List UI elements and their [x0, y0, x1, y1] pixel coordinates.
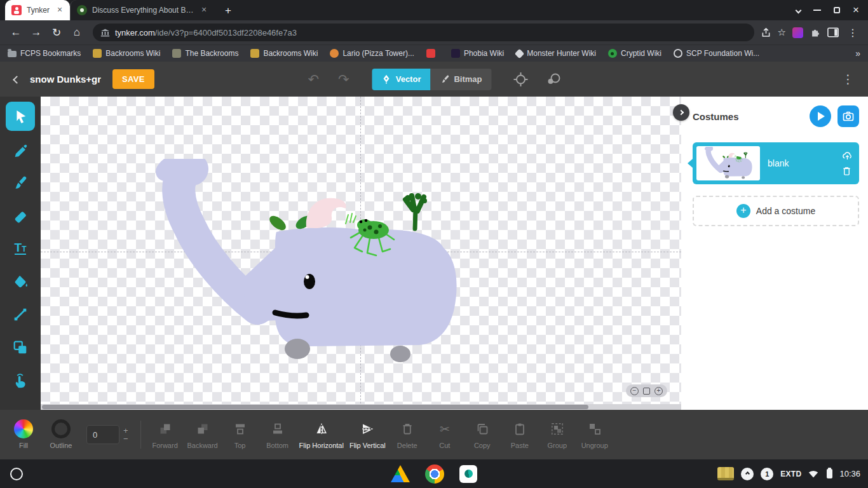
- costumes-header: Costumes: [693, 105, 859, 127]
- stroke-width-control: 0 + −: [86, 425, 128, 444]
- trash-icon[interactable]: [842, 166, 851, 176]
- forward-button[interactable]: →: [27, 23, 46, 42]
- display-mode-label[interactable]: EXTD: [780, 470, 801, 478]
- ungroup-button[interactable]: Ungroup: [579, 420, 611, 449]
- backward-button-arrange[interactable]: Backward: [187, 420, 219, 449]
- bookmarks-overflow-icon[interactable]: »: [855, 48, 860, 58]
- brush-tool[interactable]: [6, 168, 35, 197]
- fill-bucket-tool[interactable]: [6, 267, 35, 296]
- bring-to-top-button[interactable]: Top: [224, 420, 256, 449]
- minimize-button[interactable]: [813, 10, 821, 11]
- stroke-width-input[interactable]: 0: [86, 425, 119, 444]
- bookmark-the-backrooms[interactable]: The Backrooms: [172, 49, 238, 58]
- stroke-decrease-button[interactable]: −: [123, 435, 128, 442]
- eraser-tool[interactable]: [6, 201, 35, 230]
- text-tool[interactable]: TT: [6, 234, 35, 263]
- new-tab-button[interactable]: +: [220, 4, 236, 17]
- copy-icon: [475, 422, 489, 436]
- undo-icon[interactable]: ↶: [302, 72, 324, 87]
- shelf-expand-button[interactable]: [741, 468, 754, 480]
- horizontal-scrollbar[interactable]: [41, 404, 681, 410]
- costume-artwork[interactable]: [146, 159, 464, 369]
- cut-button[interactable]: ✂ Cut: [429, 420, 461, 449]
- notification-counter[interactable]: 1: [761, 468, 773, 480]
- camera-add-button[interactable]: [837, 105, 859, 127]
- bookmark-scp-foundation[interactable]: SCP Foundation Wi...: [674, 49, 759, 58]
- bookmark-phobia-wiki[interactable]: Phobia Wiki: [451, 49, 504, 58]
- maximize-button[interactable]: [834, 7, 840, 13]
- bookmark-backrooms-wiki-2[interactable]: Backrooms Wiki: [250, 49, 318, 58]
- line-tool[interactable]: [6, 300, 35, 329]
- extension-colored-icon[interactable]: [792, 27, 803, 38]
- chevron-up-icon: [745, 471, 750, 476]
- tab-tynker[interactable]: Tynker ×: [5, 0, 70, 20]
- play-button[interactable]: [810, 105, 831, 127]
- flip-horizontal-button[interactable]: Flip Horizontal: [299, 420, 344, 449]
- delete-button[interactable]: Delete: [391, 420, 423, 449]
- tab-close-icon[interactable]: ×: [199, 5, 209, 15]
- bookmark-star-icon[interactable]: ☆: [778, 27, 786, 38]
- home-button[interactable]: ⌂: [67, 23, 86, 42]
- browser-menu-icon[interactable]: ⋮: [845, 27, 860, 39]
- shapes-tool[interactable]: [6, 333, 35, 362]
- files-app-icon[interactable]: [459, 465, 477, 483]
- select-tool[interactable]: [6, 102, 35, 131]
- bitmap-mode-button[interactable]: Bitmap: [430, 69, 491, 90]
- zoom-in-button[interactable]: +: [654, 387, 663, 395]
- outline-color-button[interactable]: Outline: [45, 420, 77, 449]
- side-panel-icon[interactable]: [827, 27, 839, 37]
- bookmark-cryptid-wiki[interactable]: Cryptid Wiki: [608, 49, 661, 58]
- costume-item-actions: [842, 151, 855, 176]
- editor-back-button[interactable]: [10, 70, 24, 89]
- bookmark-fcps[interactable]: FCPS Bookmarks: [8, 49, 81, 58]
- vector-mode-button[interactable]: Vector: [372, 69, 431, 90]
- center-view-button[interactable]: [510, 72, 532, 87]
- costume-item-selected[interactable]: blank: [693, 142, 859, 184]
- redo-icon[interactable]: ↷: [333, 72, 355, 87]
- back-button[interactable]: ←: [6, 23, 25, 42]
- copy-button[interactable]: Copy: [466, 420, 498, 449]
- tab-search-icon[interactable]: [796, 7, 802, 13]
- bookmark-monster-hunter-wiki[interactable]: Monster Hunter Wiki: [516, 49, 596, 58]
- group-button[interactable]: Group: [541, 420, 573, 449]
- send-to-bottom-button[interactable]: Bottom: [262, 420, 294, 449]
- bookmark-lario[interactable]: Lario (Pizza Tower)...: [330, 49, 414, 58]
- tab-discuss[interactable]: Discuss Everything About Backr ×: [70, 0, 214, 20]
- bookmark-backrooms-wiki-1[interactable]: Backrooms Wiki: [93, 49, 160, 58]
- save-button[interactable]: SAVE: [112, 69, 154, 89]
- flip-vertical-button[interactable]: Flip Vertical: [349, 420, 386, 449]
- battery-icon[interactable]: [827, 469, 832, 478]
- pen-nib-icon: [382, 74, 391, 84]
- site-info-icon[interactable]: [100, 29, 110, 37]
- tab-close-icon[interactable]: ×: [55, 5, 65, 15]
- share-icon[interactable]: [761, 27, 771, 38]
- paste-button[interactable]: Paste: [504, 420, 536, 449]
- drawing-canvas[interactable]: − +: [41, 97, 681, 410]
- project-title[interactable]: snow Dunks+gr: [30, 74, 101, 85]
- pencil-tool[interactable]: [6, 135, 35, 164]
- tynker-favicon-icon: [11, 5, 22, 15]
- reload-button[interactable]: ↻: [47, 23, 66, 42]
- hand-tool[interactable]: [6, 366, 35, 395]
- clock[interactable]: 10:36: [839, 469, 860, 478]
- zoom-fit-button[interactable]: [643, 388, 650, 395]
- url-bar[interactable]: tynker.com/ide/v3?p=6400df5013df2208e46f…: [93, 24, 754, 41]
- bookmark-unlabeled[interactable]: [426, 49, 439, 58]
- close-window-button[interactable]: ×: [853, 7, 859, 13]
- chrome-icon[interactable]: [425, 464, 444, 484]
- open-window-icon[interactable]: [717, 467, 734, 480]
- google-drive-icon[interactable]: [391, 465, 410, 482]
- extensions-puzzle-icon[interactable]: [810, 27, 821, 38]
- scrollbar-thumb[interactable]: [42, 405, 588, 409]
- stroke-increase-button[interactable]: +: [123, 427, 128, 434]
- zoom-out-button[interactable]: −: [630, 387, 639, 395]
- forward-button-arrange[interactable]: Forward: [149, 420, 181, 449]
- add-costume-button[interactable]: + Add a costume: [693, 196, 859, 226]
- panel-collapse-button[interactable]: [673, 104, 689, 121]
- fill-color-button[interactable]: Fill: [8, 420, 39, 449]
- wifi-icon[interactable]: [808, 470, 818, 478]
- shape-smoothing-button[interactable]: [541, 72, 566, 87]
- cloud-upload-icon[interactable]: [842, 151, 853, 160]
- editor-menu-icon[interactable]: ⋮: [838, 72, 858, 86]
- launcher-button[interactable]: [10, 468, 23, 480]
